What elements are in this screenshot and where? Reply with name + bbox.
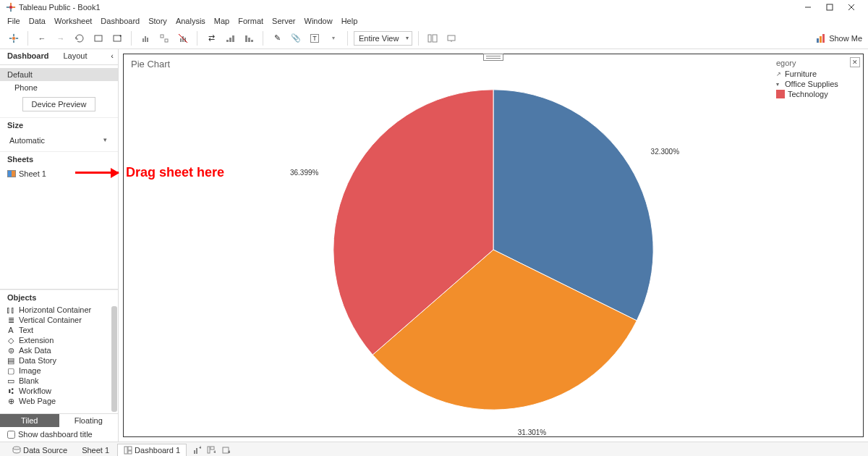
close-button[interactable]	[841, 0, 862, 14]
pause-button[interactable]: +	[109, 30, 125, 46]
legend-item-furniture[interactable]: ↗Furniture	[773, 69, 860, 79]
svg-rect-12	[9, 38, 12, 39]
sort-desc-button[interactable]	[241, 30, 257, 46]
presentation-button[interactable]	[443, 30, 459, 46]
svg-rect-43	[194, 450, 195, 454]
svg-rect-0	[10, 3, 12, 6]
tab-layout[interactable]: Layout	[56, 49, 94, 64]
tab-data-source[interactable]: Data Source	[6, 444, 74, 457]
svg-rect-14	[95, 35, 102, 41]
totals-button[interactable]: T	[307, 30, 323, 46]
minimize-button[interactable]	[797, 0, 819, 14]
legend-item-office-supplies[interactable]: ▾Office Supplies	[773, 79, 860, 89]
menu-server[interactable]: Server	[272, 17, 295, 25]
svg-rect-18	[145, 36, 146, 42]
fit-dropdown[interactable]: Entire View	[354, 31, 412, 46]
redo-button[interactable]: →	[53, 30, 69, 46]
obj-text[interactable]: AText	[0, 325, 118, 335]
svg-rect-34	[448, 35, 455, 41]
obj-data-story[interactable]: ▤Data Story	[0, 355, 118, 366]
svg-text:+: +	[199, 446, 201, 450]
menu-analysis[interactable]: Analysis	[176, 17, 205, 25]
obj-ask-data[interactable]: ⊜Ask Data	[0, 345, 118, 355]
menu-worksheet[interactable]: Worksheet	[54, 17, 92, 25]
tab-dashboard[interactable]: Dashboard	[0, 49, 56, 64]
menu-file[interactable]: File	[7, 17, 20, 25]
tab-dashboard1[interactable]: Dashboard 1	[117, 444, 187, 457]
sheets-heading: Sheets	[0, 151, 118, 166]
pie-label-office-supplies: 31.301%	[518, 428, 546, 436]
svg-rect-42	[128, 451, 132, 454]
duplicate-button[interactable]	[156, 30, 172, 46]
pie-chart	[312, 69, 674, 431]
svg-rect-32	[428, 35, 431, 42]
tableau-icon[interactable]	[6, 30, 22, 46]
svg-text:+: +	[213, 449, 216, 455]
menu-format[interactable]: Format	[238, 17, 263, 25]
new-worksheet-tab-button[interactable]: +	[191, 444, 203, 456]
maximize-button[interactable]	[819, 0, 841, 14]
obj-web-page[interactable]: ⊕Web Page	[0, 396, 118, 406]
obj-vertical-container[interactable]: ≣Vertical Container	[0, 315, 118, 325]
menu-dashboard[interactable]: Dashboard	[101, 17, 140, 25]
sort-asc-button[interactable]	[222, 30, 238, 46]
device-default[interactable]: Default	[0, 68, 118, 81]
tile-float-toggle: Tiled Floating	[0, 413, 118, 427]
show-me-icon	[816, 33, 826, 43]
svg-rect-28	[232, 35, 234, 42]
obj-horizontal-container[interactable]: ⫿⫿Horizontal Container	[0, 305, 118, 315]
dashboard-canvas[interactable]: Pie Chart 32.300% 31.301% 36.399% egory …	[119, 49, 868, 442]
window-titlebar: Tableau Public - Book1	[0, 0, 868, 14]
pie-label-technology: 36.399%	[290, 169, 318, 177]
clear-button[interactable]	[175, 30, 191, 46]
floating-button[interactable]: Floating	[59, 414, 119, 427]
swap-button[interactable]: ⇄	[203, 30, 219, 46]
new-datasource-button[interactable]	[90, 30, 106, 46]
size-dropdown[interactable]: Automatic	[6, 134, 112, 147]
show-title-checkbox[interactable]	[7, 431, 15, 439]
collapse-sidebar-button[interactable]: ‹	[106, 49, 118, 64]
tab-sheet1[interactable]: Sheet 1	[75, 444, 116, 457]
menu-help[interactable]: Help	[341, 17, 358, 25]
svg-rect-6	[827, 4, 833, 10]
svg-rect-19	[147, 38, 148, 42]
menu-window[interactable]: Window	[305, 17, 333, 25]
svg-rect-41	[128, 447, 132, 450]
new-dashboard-tab-button[interactable]: +	[205, 444, 217, 456]
svg-rect-38	[822, 34, 825, 43]
svg-rect-20	[161, 35, 163, 38]
svg-rect-9	[12, 37, 15, 40]
obj-workflow[interactable]: ⑆Workflow	[0, 386, 118, 396]
obj-image[interactable]: ▢Image	[0, 366, 118, 376]
highlight-button[interactable]: ✎	[269, 30, 285, 46]
show-me-button[interactable]: Show Me	[829, 34, 862, 43]
drag-grip-icon[interactable]	[483, 54, 503, 61]
new-worksheet-button[interactable]	[137, 30, 153, 46]
obj-extension[interactable]: ◇Extension	[0, 335, 118, 345]
show-cards-button[interactable]	[425, 30, 441, 46]
legend-item-technology[interactable]: Technology	[773, 89, 860, 99]
svg-rect-36	[817, 38, 819, 43]
legend-panel[interactable]: egory ✕ ↗Furniture ▾Office Supplies Tech…	[773, 57, 860, 99]
menu-map[interactable]: Map	[214, 17, 229, 25]
new-story-tab-button[interactable]: +	[220, 444, 231, 456]
menu-story[interactable]: Story	[148, 17, 167, 25]
annotation-text: Drag sheet here	[126, 165, 224, 180]
show-title-row: Show dashboard title	[0, 427, 118, 442]
undo-button[interactable]: ←	[34, 30, 50, 46]
group-button[interactable]: 📎	[288, 30, 304, 46]
window-title: Tableau Public - Book1	[19, 3, 101, 12]
legend-close-button[interactable]: ✕	[850, 57, 860, 67]
menu-data[interactable]: Data	[29, 17, 46, 25]
obj-blank[interactable]: ▭Blank	[0, 376, 118, 386]
svg-rect-40	[124, 447, 127, 454]
tableau-logo-icon	[6, 2, 16, 12]
save-button[interactable]	[72, 30, 88, 46]
chevron-down-icon[interactable]: ▾	[326, 30, 341, 46]
sidebar: Dashboard Layout ‹ Default Phone Device …	[0, 49, 119, 442]
size-heading: Size	[0, 117, 118, 132]
device-phone[interactable]: Phone	[0, 81, 118, 94]
device-preview-button[interactable]: Device Preview	[22, 97, 96, 111]
tiled-button[interactable]: Tiled	[0, 414, 59, 427]
sheet-tabs: Data Source Sheet 1 Dashboard 1 + + +	[0, 442, 868, 456]
